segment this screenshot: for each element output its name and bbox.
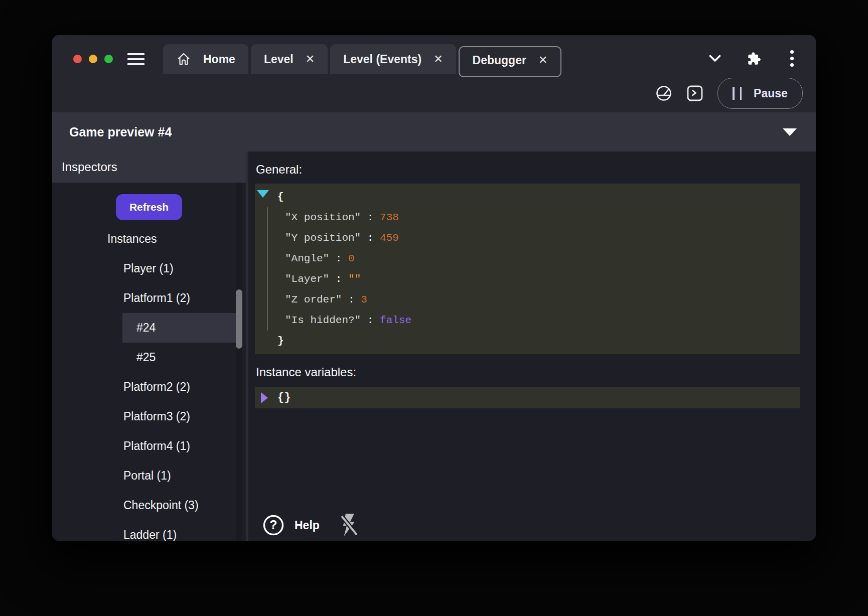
tree-item-player[interactable]: Player (1) (52, 254, 246, 283)
pause-label: Pause (754, 87, 788, 100)
pause-button[interactable]: Pause (717, 78, 803, 109)
json-line-angle: "Angle" : 0 (285, 248, 800, 269)
close-tab-icon[interactable]: ✕ (306, 54, 315, 65)
general-json-view: { "X position" : 738 "Y position" : 459 … (255, 184, 800, 354)
inspectors-tree-panel: Refresh Instances Player (1) Platform1 (… (52, 183, 246, 541)
tree-item-platform3[interactable]: Platform3 (2) (52, 402, 246, 431)
json-line-layer: "Layer" : "" (285, 269, 800, 289)
inspectors-title: Inspectors (62, 160, 117, 174)
json-line-z-order: "Z order" : 3 (285, 289, 800, 310)
instances-tree: Instances Player (1) Platform1 (2) #24 #… (52, 224, 246, 541)
help-button[interactable]: ? Help (262, 514, 320, 536)
general-section-label: General: (256, 163, 800, 177)
debugger-toolbar: Pause (52, 74, 816, 112)
app-window: Home Level ✕ Level (Events) ✕ Debugger ✕ (52, 35, 816, 541)
tab-label: Level (264, 53, 294, 66)
tree-item-portal[interactable]: Portal (1) (52, 461, 246, 491)
more-options-kebab-icon[interactable] (787, 49, 797, 68)
instance-variables-value: {} (255, 387, 800, 408)
expand-open-arrow-icon[interactable] (257, 190, 269, 198)
tab-debugger[interactable]: Debugger ✕ (459, 46, 562, 77)
json-line-x-position: "X position" : 738 (285, 207, 800, 228)
instance-variables-json-view: {} (255, 387, 800, 408)
content-area: Inspectors Refresh Instances Player (1) … (52, 151, 816, 541)
tab-label: Debugger (473, 54, 526, 67)
game-preview-title: Game preview #4 (69, 125, 172, 139)
traffic-lights (73, 55, 113, 63)
help-question-icon: ? (262, 514, 284, 536)
instance-variables-label: Instance variables: (256, 365, 800, 379)
expand-collapsed-arrow-icon[interactable] (261, 392, 268, 403)
tree-item-checkpoint[interactable]: Checkpoint (3) (52, 491, 246, 520)
tree-item-instance-25[interactable]: #25 (52, 343, 246, 372)
help-label: Help (295, 519, 320, 532)
json-close-brace: } (255, 331, 800, 351)
inspector-detail-panel: General: { "X position" : 738 "Y positio… (248, 151, 816, 541)
minimize-window-button[interactable] (89, 55, 97, 63)
sidebar-scrollbar-track[interactable] (236, 183, 242, 541)
tree-item-platform4[interactable]: Platform4 (1) (52, 431, 246, 461)
extensions-puzzle-icon[interactable] (747, 52, 761, 66)
tab-home[interactable]: Home (163, 44, 248, 74)
tab-label: Home (203, 53, 235, 66)
inspectors-sidebar: Inspectors Refresh Instances Player (1) … (52, 151, 246, 541)
zoom-window-button[interactable] (104, 55, 113, 63)
close-window-button[interactable] (73, 55, 82, 63)
sidebar-scrollbar-thumb[interactable] (236, 289, 242, 349)
refresh-button[interactable]: Refresh (116, 194, 182, 220)
tree-item-instances[interactable]: Instances (52, 224, 246, 254)
titlebar-right-controls (709, 49, 797, 68)
profiler-gauge-icon[interactable] (655, 85, 672, 102)
tab-level-events[interactable]: Level (Events) ✕ (330, 44, 456, 74)
chevron-down-icon[interactable] (709, 55, 721, 63)
game-preview-header[interactable]: Game preview #4 (52, 112, 816, 151)
help-row: ? Help (262, 513, 360, 538)
console-icon[interactable] (686, 85, 703, 102)
inspectors-header: Inspectors (52, 151, 246, 183)
dropdown-caret-icon[interactable] (783, 128, 797, 136)
tree-item-ladder[interactable]: Ladder (1) (52, 520, 246, 541)
close-tab-icon[interactable]: ✕ (433, 54, 443, 65)
tab-strip: Home Level ✕ Level (Events) ✕ Debugger ✕ (163, 44, 561, 74)
flash-off-icon[interactable] (339, 513, 360, 538)
tab-label: Level (Events) (343, 53, 421, 66)
home-icon (176, 52, 191, 67)
tree-item-platform1[interactable]: Platform1 (2) (52, 283, 246, 313)
close-tab-icon[interactable]: ✕ (538, 55, 547, 66)
tab-level[interactable]: Level ✕ (251, 44, 328, 74)
tree-item-platform2[interactable]: Platform2 (2) (52, 372, 246, 402)
json-line-is-hidden: "Is hidden?" : false (285, 310, 800, 331)
tree-item-instance-24[interactable]: #24 (122, 313, 240, 343)
svg-text:?: ? (269, 518, 277, 532)
json-line-y-position: "Y position" : 459 (285, 228, 800, 248)
json-properties: "X position" : 738 "Y position" : 459 "A… (267, 207, 800, 331)
hamburger-menu-icon[interactable] (127, 53, 144, 65)
pause-icon (733, 87, 742, 100)
json-open-brace: { (255, 187, 800, 207)
tab-bar: Home Level ✕ Level (Events) ✕ Debugger ✕ (52, 35, 816, 74)
